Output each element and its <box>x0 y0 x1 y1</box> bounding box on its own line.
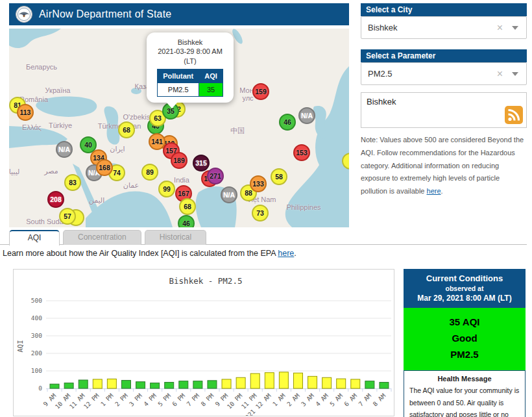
popup-city: Bishkek <box>150 38 230 47</box>
learn-more-text: Learn more about how the Air Quality Ind… <box>3 249 296 258</box>
popup-col-aqi: AQI <box>199 69 223 82</box>
parameter-dropdown-arrow-icon[interactable] <box>512 72 518 76</box>
aqi-marker-315[interactable]: 315 <box>193 155 210 171</box>
city-select-value: Bishkek <box>368 23 497 32</box>
bar-5 AM <box>337 379 346 388</box>
aqi-marker-46[interactable]: 46 <box>279 114 296 131</box>
y-tick-label: 200 <box>31 349 42 357</box>
aqi-marker-113[interactable]: 113 <box>17 104 34 121</box>
aqi-marker-46[interactable]: 46 <box>178 215 195 227</box>
bar-3 PM <box>136 382 145 388</box>
select-city-header: Select a City <box>361 3 527 16</box>
bar-3 AM <box>308 376 317 388</box>
feed-city-label: Bishkek <box>367 97 396 107</box>
city-clear-icon[interactable]: × <box>497 23 503 33</box>
map-label: ايران <box>110 145 125 153</box>
map-label: Türkiye <box>49 121 72 129</box>
popup-timezone: (LT) <box>150 57 230 66</box>
sidebar-note-link[interactable]: here <box>427 187 441 195</box>
aqi-marker-68[interactable]: 68 <box>118 121 135 138</box>
aqi-marker-153[interactable]: 153 <box>293 144 310 161</box>
x-tick-label: 12 PM <box>82 392 101 410</box>
current-conditions-title: Current Conditions <box>406 273 523 283</box>
tab-aqi[interactable]: AQI <box>9 230 60 246</box>
map-label: Philippines <box>286 203 320 211</box>
map-label: عمان <box>123 181 139 190</box>
x-tick-label: 8 PM <box>199 392 215 407</box>
aqi-marker-na[interactable]: N/A <box>298 107 315 124</box>
aqi-marker-83[interactable]: 83 <box>64 174 81 191</box>
observed-at-value: Mar 29, 2021 8:00 AM (LT) <box>406 294 523 303</box>
aqi-marker-73[interactable]: 73 <box>252 205 269 221</box>
x-tick-label: 2 AM <box>285 392 301 407</box>
map-label: улс <box>242 94 253 102</box>
x-tick-label: 7 PM <box>185 392 200 407</box>
aqi-marker-na[interactable]: N/A <box>221 186 237 203</box>
map-label: مصر <box>44 167 58 175</box>
popup-col-pollutant: Pollutant <box>158 69 199 82</box>
learn-more-link[interactable]: here <box>278 249 294 258</box>
aqi-marker-58[interactable]: 58 <box>271 168 287 185</box>
popup-aqi-value: 35 <box>199 83 223 97</box>
bar-12 PM <box>93 379 102 388</box>
aqi-marker-57[interactable]: 57 <box>59 208 76 225</box>
current-aqi-value: 35 AQI <box>404 314 526 331</box>
aqi-marker-189[interactable]: 189 <box>171 152 187 169</box>
bar-7 PM <box>193 381 202 388</box>
aqi-marker-159[interactable]: 159 <box>252 83 269 100</box>
aqi-marker-na[interactable]: N/A <box>56 141 73 158</box>
aqi-marker-68[interactable]: 68 <box>179 198 196 215</box>
current-conditions-header: Current Conditions observed at Mar 29, 2… <box>404 269 526 308</box>
y-tick-label: 0 <box>38 385 42 392</box>
health-message-box: Health Message The AQI value for your co… <box>404 370 526 417</box>
learn-more-suffix: . <box>294 249 296 258</box>
tab-concentration[interactable]: Concentration <box>63 230 141 245</box>
parameter-select-value: PM2.5 <box>368 69 497 79</box>
parameter-select[interactable]: PM2.5 × <box>361 62 527 85</box>
bar-8 AM <box>380 383 389 388</box>
tab-historical[interactable]: Historical <box>145 230 206 245</box>
city-dropdown-arrow-icon[interactable] <box>512 26 518 30</box>
app-title: AirNow Department of State <box>39 8 171 20</box>
aqi-world-map[interactable]: БеларусьУкраїнаRomâniaΕλλάςTürkiyeҚазақс… <box>9 29 349 227</box>
rss-icon[interactable] <box>505 106 523 124</box>
x-tick-label: 11 AM <box>68 392 86 410</box>
x-tick-label: 1 AM <box>271 392 287 407</box>
current-aqi-pollutant: PM2.5 <box>404 347 526 363</box>
map-label: 中国 <box>230 126 245 136</box>
map-label: Ελλάς <box>22 123 42 131</box>
x-tick-label: 4 PM <box>142 392 158 407</box>
bar-8 PM <box>208 381 217 388</box>
map-label: ليبيا <box>9 168 19 176</box>
popup-table: Pollutant AQI PM2.5 35 <box>157 69 223 97</box>
aqi-marker-168[interactable]: 168 <box>96 159 113 176</box>
x-tick-label: 2 PM <box>114 392 129 407</box>
city-select[interactable]: Bishkek × <box>361 16 527 39</box>
map-label: اليمن <box>89 196 104 205</box>
bar-11 PM <box>250 373 260 388</box>
bar-11 AM <box>79 380 88 388</box>
aqi-marker-271[interactable]: 271 <box>207 168 224 184</box>
parameter-clear-icon[interactable]: × <box>497 69 503 79</box>
bar-6 AM <box>351 379 360 388</box>
aqi-marker-99[interactable]: 99 <box>158 181 175 197</box>
aqi-bar-chart: Bishkek - PM2.5AQI01002003004005009 AM10… <box>14 270 394 416</box>
popup-datetime: 2021-03-29 8:00 AM <box>150 47 230 56</box>
sidebar-note-suffix: . <box>441 187 443 195</box>
current-conditions-panel: Current Conditions observed at Mar 29, 2… <box>404 269 526 417</box>
observed-at-label: observed at <box>406 284 523 292</box>
popup-pollutant-value: PM2.5 <box>158 83 199 97</box>
select-parameter-header: Select a Parameter <box>361 49 527 62</box>
city-feed-box: Bishkek <box>361 92 527 128</box>
x-tick-label: 7 AM <box>357 392 372 407</box>
aqi-marker-133[interactable]: 133 <box>250 175 267 192</box>
x-tick-label: 10 AM <box>54 392 72 410</box>
aqi-marker-89[interactable]: 89 <box>141 164 158 181</box>
x-tick-label: 10 PM <box>226 392 244 410</box>
bar-7 AM <box>365 381 374 388</box>
y-tick-label: 300 <box>31 332 42 339</box>
x-tick-label: 6 AM <box>343 392 358 407</box>
map-label: India <box>174 176 189 184</box>
aqi-marker-208[interactable]: 208 <box>47 191 64 208</box>
x-tick-label: 5 PM <box>156 392 172 407</box>
